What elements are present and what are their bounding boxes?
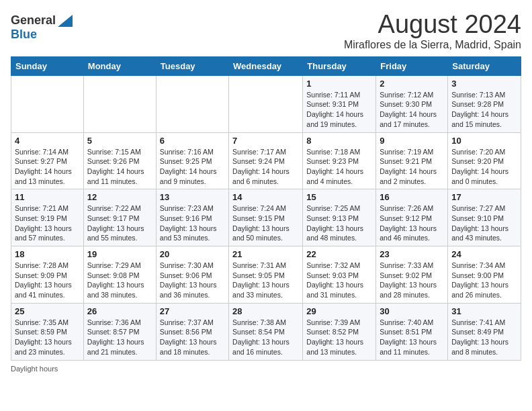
col-header-thursday: Thursday (303, 56, 376, 75)
cell-5-5: 30Sunrise: 7:40 AMSunset: 8:51 PMDayligh… (376, 303, 448, 360)
cell-5-6: 31Sunrise: 7:41 AMSunset: 8:49 PMDayligh… (448, 303, 521, 360)
day-number: 1 (306, 79, 372, 89)
daylight-label: Daylight hours (11, 365, 58, 373)
subtitle: Miraflores de la Sierra, Madrid, Spain (344, 39, 521, 51)
day-info: Sunrise: 7:28 AMSunset: 9:09 PMDaylight:… (15, 261, 80, 300)
day-info: Sunrise: 7:30 AMSunset: 9:06 PMDaylight:… (160, 261, 225, 300)
header-area: General Blue August 2024 Miraflores de l… (11, 11, 521, 51)
day-number: 7 (232, 136, 299, 146)
cell-2-4: 8Sunrise: 7:18 AMSunset: 9:23 PMDaylight… (303, 132, 376, 189)
day-number: 27 (160, 306, 225, 316)
day-info: Sunrise: 7:13 AMSunset: 9:28 PMDaylight:… (451, 90, 517, 130)
col-header-wednesday: Wednesday (229, 56, 303, 75)
day-number: 17 (451, 192, 517, 202)
cell-5-3: 28Sunrise: 7:38 AMSunset: 8:54 PMDayligh… (229, 303, 303, 360)
cell-3-4: 15Sunrise: 7:25 AMSunset: 9:13 PMDayligh… (303, 189, 376, 246)
cell-1-2 (156, 75, 228, 132)
day-info: Sunrise: 7:15 AMSunset: 9:26 PMDaylight:… (87, 147, 152, 187)
day-info: Sunrise: 7:11 AMSunset: 9:31 PMDaylight:… (306, 90, 372, 130)
title-block: August 2024 Miraflores de la Sierra, Mad… (344, 11, 521, 51)
logo: General Blue (11, 13, 73, 42)
col-header-tuesday: Tuesday (156, 56, 228, 75)
day-info: Sunrise: 7:21 AMSunset: 9:19 PMDaylight:… (15, 203, 80, 243)
cell-4-0: 18Sunrise: 7:28 AMSunset: 9:09 PMDayligh… (11, 246, 84, 304)
day-number: 10 (451, 136, 517, 146)
day-info: Sunrise: 7:35 AMSunset: 8:59 PMDaylight:… (15, 318, 80, 357)
day-info: Sunrise: 7:17 AMSunset: 9:24 PMDaylight:… (232, 147, 299, 187)
cell-4-2: 20Sunrise: 7:30 AMSunset: 9:06 PMDayligh… (156, 246, 228, 304)
week-row-5: 25Sunrise: 7:35 AMSunset: 8:59 PMDayligh… (11, 303, 521, 360)
day-info: Sunrise: 7:18 AMSunset: 9:23 PMDaylight:… (306, 147, 372, 187)
logo-icon (58, 15, 73, 27)
day-number: 25 (15, 306, 80, 316)
cell-2-3: 7Sunrise: 7:17 AMSunset: 9:24 PMDaylight… (229, 132, 303, 189)
day-number: 8 (306, 136, 372, 146)
day-info: Sunrise: 7:23 AMSunset: 9:16 PMDaylight:… (160, 203, 225, 243)
cell-4-3: 21Sunrise: 7:31 AMSunset: 9:05 PMDayligh… (229, 246, 303, 304)
day-info: Sunrise: 7:24 AMSunset: 9:15 PMDaylight:… (232, 203, 299, 243)
day-info: Sunrise: 7:38 AMSunset: 8:54 PMDaylight:… (232, 318, 299, 357)
day-info: Sunrise: 7:20 AMSunset: 9:20 PMDaylight:… (451, 147, 517, 187)
day-number: 5 (87, 136, 152, 146)
day-number: 6 (160, 136, 225, 146)
day-number: 29 (306, 306, 372, 316)
day-number: 2 (380, 79, 444, 89)
day-number: 28 (232, 306, 299, 316)
cell-2-5: 9Sunrise: 7:19 AMSunset: 9:21 PMDaylight… (376, 132, 448, 189)
cell-1-0 (11, 75, 84, 132)
col-header-friday: Friday (376, 56, 448, 75)
svg-marker-0 (58, 15, 73, 27)
day-info: Sunrise: 7:16 AMSunset: 9:25 PMDaylight:… (160, 147, 225, 187)
day-info: Sunrise: 7:33 AMSunset: 9:02 PMDaylight:… (380, 261, 444, 300)
page-container: General Blue August 2024 Miraflores de l… (11, 11, 521, 373)
day-number: 3 (451, 79, 517, 89)
day-number: 9 (380, 136, 444, 146)
main-title: August 2024 (344, 11, 521, 39)
day-number: 24 (451, 249, 517, 259)
cell-1-3 (229, 75, 303, 132)
cell-5-2: 27Sunrise: 7:37 AMSunset: 8:56 PMDayligh… (156, 303, 228, 360)
cell-4-5: 23Sunrise: 7:33 AMSunset: 9:02 PMDayligh… (376, 246, 448, 304)
col-header-saturday: Saturday (448, 56, 521, 75)
cell-1-5: 2Sunrise: 7:12 AMSunset: 9:30 PMDaylight… (376, 75, 448, 132)
day-number: 30 (380, 306, 444, 316)
cell-3-3: 14Sunrise: 7:24 AMSunset: 9:15 PMDayligh… (229, 189, 303, 246)
col-header-monday: Monday (83, 56, 156, 75)
day-info: Sunrise: 7:29 AMSunset: 9:08 PMDaylight:… (87, 261, 152, 300)
footer-note: Daylight hours (11, 365, 521, 373)
day-number: 22 (306, 249, 372, 259)
cell-2-1: 5Sunrise: 7:15 AMSunset: 9:26 PMDaylight… (83, 132, 156, 189)
day-number: 13 (160, 192, 225, 202)
day-info: Sunrise: 7:34 AMSunset: 9:00 PMDaylight:… (451, 261, 517, 300)
day-number: 12 (87, 192, 152, 202)
cell-2-2: 6Sunrise: 7:16 AMSunset: 9:25 PMDaylight… (156, 132, 228, 189)
logo-text-block: General Blue (11, 13, 73, 42)
week-row-3: 11Sunrise: 7:21 AMSunset: 9:19 PMDayligh… (11, 189, 521, 246)
logo-blue: Blue (11, 28, 37, 41)
day-number: 14 (232, 192, 299, 202)
cell-4-1: 19Sunrise: 7:29 AMSunset: 9:08 PMDayligh… (83, 246, 156, 304)
week-row-2: 4Sunrise: 7:14 AMSunset: 9:27 PMDaylight… (11, 132, 521, 189)
cell-1-1 (83, 75, 156, 132)
logo-general: General (11, 13, 56, 28)
day-info: Sunrise: 7:39 AMSunset: 8:52 PMDaylight:… (306, 318, 372, 357)
day-number: 16 (380, 192, 444, 202)
day-number: 20 (160, 249, 225, 259)
day-number: 31 (451, 306, 517, 316)
cell-3-0: 11Sunrise: 7:21 AMSunset: 9:19 PMDayligh… (11, 189, 84, 246)
day-info: Sunrise: 7:41 AMSunset: 8:49 PMDaylight:… (451, 318, 517, 357)
day-info: Sunrise: 7:19 AMSunset: 9:21 PMDaylight:… (380, 147, 444, 187)
cell-4-6: 24Sunrise: 7:34 AMSunset: 9:00 PMDayligh… (448, 246, 521, 304)
cell-4-4: 22Sunrise: 7:32 AMSunset: 9:03 PMDayligh… (303, 246, 376, 304)
cell-3-6: 17Sunrise: 7:27 AMSunset: 9:10 PMDayligh… (448, 189, 521, 246)
day-number: 4 (15, 136, 80, 146)
cell-1-6: 3Sunrise: 7:13 AMSunset: 9:28 PMDaylight… (448, 75, 521, 132)
cell-3-2: 13Sunrise: 7:23 AMSunset: 9:16 PMDayligh… (156, 189, 228, 246)
day-info: Sunrise: 7:31 AMSunset: 9:05 PMDaylight:… (232, 261, 299, 300)
col-header-sunday: Sunday (11, 56, 84, 75)
logo-line: General (11, 13, 73, 28)
week-row-1: 1Sunrise: 7:11 AMSunset: 9:31 PMDaylight… (11, 75, 521, 132)
day-info: Sunrise: 7:22 AMSunset: 9:17 PMDaylight:… (87, 203, 152, 243)
cell-2-0: 4Sunrise: 7:14 AMSunset: 9:27 PMDaylight… (11, 132, 84, 189)
day-number: 11 (15, 192, 80, 202)
